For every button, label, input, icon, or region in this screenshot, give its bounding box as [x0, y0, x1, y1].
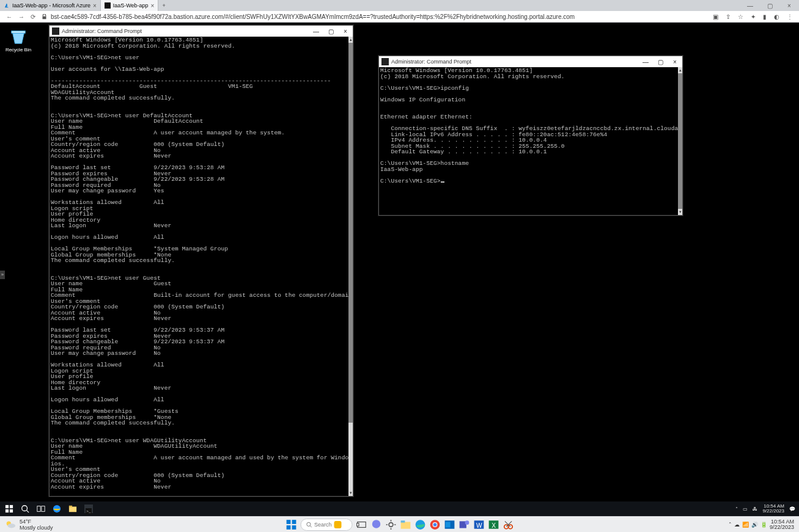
bing-badge-icon [334, 521, 342, 528]
minimize-icon[interactable]: — [740, 2, 760, 9]
svg-rect-7 [10, 509, 13, 512]
scroll-thumb[interactable] [348, 43, 353, 423]
cmd-icon [52, 27, 59, 35]
maximize-icon[interactable]: ▢ [323, 28, 338, 35]
cmd-window-left: Administrator: Command Prompt — ▢ × Micr… [49, 25, 353, 497]
scroll-track[interactable] [678, 73, 682, 209]
explorer-icon[interactable] [68, 505, 77, 513]
title-bar[interactable]: Administrator: Command Prompt — ▢ × [379, 56, 682, 67]
svg-rect-2 [43, 16, 46, 19]
edge-icon[interactable] [414, 519, 425, 530]
svg-point-8 [22, 506, 28, 511]
network-icon[interactable]: 🖧 [753, 506, 757, 512]
back-icon[interactable]: ← [6, 13, 12, 20]
outlook-icon[interactable] [444, 519, 455, 530]
close-icon[interactable]: × [668, 59, 682, 65]
close-icon[interactable]: × [338, 28, 353, 35]
title-bar[interactable]: Administrator: Command Prompt — ▢ × [50, 26, 353, 37]
host-clock[interactable]: 10:54 AM 9/22/2023 [770, 519, 794, 530]
scroll-track[interactable] [348, 43, 353, 490]
tray-chevron-icon[interactable]: ˄ [729, 522, 732, 528]
scroll-thumb[interactable] [678, 73, 682, 209]
search-icon [306, 522, 312, 528]
svg-marker-0 [5, 3, 9, 7]
bastion-toolbar-expand-icon[interactable]: » [0, 271, 5, 279]
volume-icon[interactable]: 🔊 [751, 522, 758, 528]
new-tab-button[interactable]: + [158, 2, 169, 9]
tray-chevron-icon[interactable]: ˄ [735, 506, 738, 512]
svg-point-18 [8, 523, 16, 528]
remote-taskbar: >_ ˄ ▭ 🖧 10:54 AM 9/22/2023 💬 [0, 501, 799, 516]
scroll-up-icon[interactable]: ▴ [678, 67, 682, 73]
svg-rect-3 [12, 31, 26, 34]
host-taskbar: 54°F Mostly cloudy Search W X ˄ ☁ 📶 🔊 🔋 … [0, 516, 799, 532]
ie-icon[interactable] [53, 505, 61, 513]
svg-rect-19 [286, 520, 290, 524]
address-bar[interactable]: bst-cae4c589-7cdf-4356-b785-bea45f90f72a… [47, 13, 707, 20]
svg-point-27 [372, 520, 380, 528]
browser-tab-bastion[interactable]: IaaS-Web-app × [101, 0, 159, 11]
cmd-favicon-icon [105, 2, 111, 9]
scrollbar[interactable]: ▴ ▾ [348, 37, 353, 496]
task-view-icon[interactable] [356, 519, 367, 530]
display-icon[interactable]: ▭ [743, 506, 748, 512]
terminal-output[interactable]: Microsoft Windows [Version 10.0.17763.48… [379, 67, 678, 215]
close-icon[interactable]: × [93, 2, 97, 9]
battery-icon[interactable]: 🔋 [760, 522, 767, 528]
azure-favicon-icon [4, 2, 10, 9]
bookmark-icon[interactable]: ☆ [738, 13, 743, 20]
minimize-icon[interactable]: — [638, 59, 653, 65]
excel-icon[interactable]: X [488, 519, 499, 530]
chat-icon[interactable] [370, 519, 381, 530]
reading-list-icon[interactable]: ▮ [763, 13, 767, 20]
svg-rect-26 [356, 523, 358, 526]
minimize-icon[interactable]: — [309, 28, 323, 35]
remote-desktop: Recycle Bin » Administrator: Command Pro… [0, 23, 799, 516]
start-icon[interactable] [285, 519, 296, 530]
recycle-bin-icon [9, 27, 28, 46]
close-icon[interactable]: × [151, 2, 155, 9]
recycle-bin-desktop-icon[interactable]: Recycle Bin [4, 27, 33, 53]
scrollbar[interactable]: ▴ ▾ [678, 67, 682, 215]
browser-tab-azure[interactable]: IaaS-Web-app - Microsoft Azure × [0, 0, 101, 11]
word-icon[interactable]: W [473, 519, 484, 530]
search-icon[interactable] [21, 505, 29, 513]
profile-icon[interactable]: ◐ [774, 13, 779, 20]
chrome-icon[interactable] [429, 519, 440, 530]
start-icon[interactable] [5, 505, 13, 513]
action-center-icon[interactable]: 💬 [789, 506, 795, 512]
search-input[interactable]: Search [300, 519, 352, 531]
task-view-icon[interactable] [37, 505, 45, 513]
search-placeholder: Search [314, 522, 332, 528]
onedrive-icon[interactable]: ☁ [734, 522, 740, 528]
svg-point-28 [389, 522, 393, 527]
close-icon[interactable]: × [779, 2, 799, 9]
terminal-output[interactable]: Microsoft Windows [Version 10.0.17763.48… [50, 37, 348, 496]
scroll-down-icon[interactable]: ▾ [678, 209, 682, 215]
cmd-taskbar-icon[interactable]: >_ [84, 505, 93, 513]
svg-rect-13 [69, 507, 76, 512]
reload-icon[interactable]: ⟳ [31, 13, 35, 20]
forward-icon[interactable]: → [18, 13, 24, 20]
svg-point-38 [433, 523, 436, 527]
maximize-icon[interactable]: ▢ [653, 59, 668, 65]
scroll-down-icon[interactable]: ▾ [348, 490, 353, 496]
scroll-up-icon[interactable]: ▴ [348, 37, 353, 43]
teams-icon[interactable] [458, 519, 469, 530]
svg-text:>_: >_ [86, 509, 91, 513]
settings-icon[interactable] [385, 519, 396, 530]
share-icon[interactable]: ⇪ [726, 13, 731, 20]
weather-widget[interactable]: 54°F Mostly cloudy [0, 519, 53, 531]
wifi-icon[interactable]: 📶 [742, 522, 749, 528]
svg-line-9 [27, 511, 29, 513]
extensions-icon[interactable]: ✦ [751, 13, 756, 20]
remote-clock[interactable]: 10:54 AM 9/22/2023 [762, 504, 784, 514]
browser-window-controls: — ▢ × [740, 2, 799, 9]
snip-icon[interactable] [503, 519, 514, 530]
maximize-icon[interactable]: ▢ [760, 2, 779, 9]
explorer-icon[interactable] [400, 519, 411, 530]
svg-rect-22 [292, 525, 296, 530]
svg-text:W: W [476, 522, 482, 528]
menu-icon[interactable]: ⋮ [787, 13, 793, 20]
screen-icon[interactable]: ▣ [713, 13, 718, 20]
